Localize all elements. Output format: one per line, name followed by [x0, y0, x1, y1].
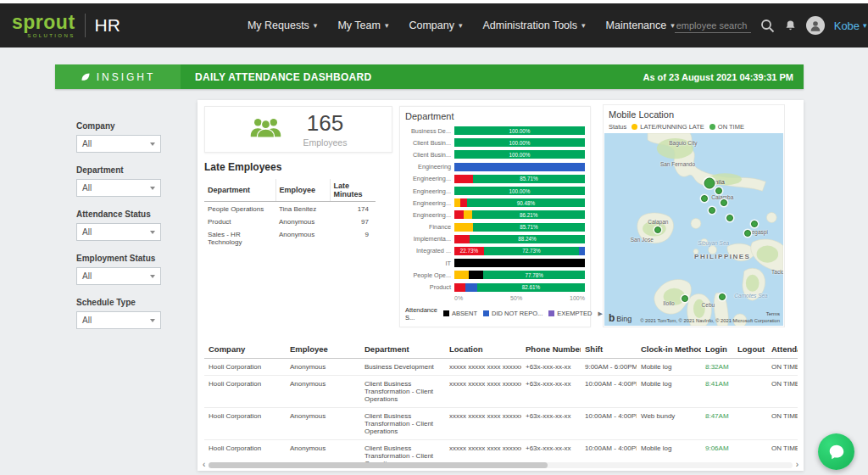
chart-bar[interactable]: 85.71% — [454, 223, 585, 232]
chart-bar[interactable]: 86.21% — [454, 210, 585, 219]
insight-label: INSIGHT — [97, 71, 156, 83]
page-title: DAILY ATTENDANCE DASHBOARD — [195, 71, 371, 83]
map-pin-on-time[interactable] — [701, 195, 708, 202]
menu-my-requests[interactable]: My Requests▾ — [248, 20, 317, 31]
sprout-logo[interactable]: sprout SOLUTIONS HR — [12, 13, 120, 38]
cell-department: Business Development — [360, 359, 445, 376]
map-pin-on-time[interactable] — [704, 178, 715, 189]
filter-select-attendance-status[interactable]: All — [76, 223, 161, 241]
cell-logout — [733, 408, 767, 440]
menu-label: Company — [409, 20, 454, 31]
filters-panel: CompanyAllDepartmentAllAttendance Status… — [76, 121, 161, 342]
scrollbar-thumb[interactable] — [209, 462, 547, 468]
chart-bar[interactable]: 82.61% — [454, 283, 585, 292]
bar-segment-green: 85.71% — [473, 223, 585, 232]
chart-bar[interactable] — [454, 259, 585, 267]
chart-category-label: Engineering — [405, 163, 454, 170]
chart-bar-value: 100.00% — [509, 140, 531, 146]
chart-bar[interactable]: 100.00% — [454, 187, 585, 195]
filter-label: Employment Status — [76, 254, 161, 263]
filter-select-employment-status[interactable]: All — [76, 267, 161, 285]
map-pin-on-time[interactable] — [682, 295, 688, 302]
filter-select-department[interactable]: All — [76, 179, 161, 197]
map-pin-on-time[interactable] — [719, 293, 726, 300]
chart-bar-row: Engineering...85.71% — [405, 173, 585, 185]
attendance-table-visual: CompanyEmployeeDepartmentLocationPhone N… — [204, 340, 798, 464]
legend-item-did-not-repo: DID NOT REPO... — [483, 310, 542, 317]
filter-label: Attendance Status — [76, 210, 161, 219]
bar-segment-green: 100.00% — [454, 138, 585, 147]
legend-label: DID NOT REPO... — [492, 310, 542, 317]
column-header-login: Login — [701, 340, 733, 359]
cell-location: xxxxx xxxxx xxxx xxxxxx — [445, 408, 521, 440]
chat-bubble-icon — [827, 443, 846, 461]
filter-select-company[interactable]: All — [76, 135, 161, 153]
menu-my-team[interactable]: My Team▾ — [337, 20, 388, 31]
legend-swatch — [443, 310, 449, 316]
scrollbar-track[interactable] — [209, 462, 792, 468]
table-row[interactable]: Hooli CorporationAnonymousBusiness Devel… — [204, 359, 798, 376]
axis-tick: 0% — [454, 295, 463, 301]
bing-logo[interactable]: b Bing — [609, 314, 632, 323]
notifications-bell-icon[interactable] — [784, 19, 797, 32]
chart-bar[interactable]: 88.24% — [454, 235, 585, 243]
cell-employee: Anonymous — [286, 359, 360, 376]
chevron-down-icon — [150, 231, 155, 234]
chart-bar[interactable] — [454, 163, 585, 171]
selected-value: All — [82, 316, 92, 325]
map-pin-on-time[interactable] — [709, 207, 715, 214]
map-pin-on-time[interactable] — [721, 199, 727, 206]
bar-segment-green: 100.00% — [454, 126, 585, 135]
chart-bar[interactable]: 100.00% — [454, 150, 585, 159]
map-pin-on-time[interactable] — [726, 215, 733, 221]
menu-administration-tools[interactable]: Administration Tools▾ — [482, 20, 585, 31]
axis-tick: 100% — [570, 295, 585, 301]
map-pin-on-time[interactable] — [654, 226, 661, 233]
user-avatar-icon[interactable] — [806, 16, 825, 35]
map-pin-on-time[interactable] — [751, 221, 758, 227]
chart-bar[interactable]: 85.71% — [454, 175, 585, 183]
filter-select-schedule-type[interactable]: All — [76, 311, 161, 329]
menu-company[interactable]: Company▾ — [409, 20, 462, 31]
map-status-legend: Status LATE/RUNNING LATEON TIME — [609, 123, 779, 131]
search-icon[interactable] — [760, 19, 775, 33]
column-header-employee: Employee — [286, 340, 360, 359]
logo-text: sprout — [12, 13, 75, 32]
chart-bar[interactable]: 100.00% — [454, 126, 585, 135]
map-pin-on-time[interactable] — [715, 187, 722, 194]
chart-bar-row: Implementa...88.24% — [405, 233, 585, 245]
table-row[interactable]: Hooli CorporationAnonymousClient Busines… — [204, 376, 798, 408]
chart-bar-row: Finance85.71% — [405, 221, 585, 233]
chart-bar[interactable]: 22.73%72.73% — [454, 247, 585, 255]
map-terms-link[interactable]: Terms — [766, 311, 780, 316]
bar-segment-green: 77.78% — [483, 271, 585, 279]
chart-bar[interactable]: 77.78% — [454, 271, 585, 279]
table-row: ProductAnonymous97 — [204, 215, 376, 227]
employee-search-input[interactable] — [675, 19, 751, 33]
scroll-left-icon[interactable]: ‹ — [203, 461, 205, 469]
chart-bar-row: Engineering...86.21% — [405, 209, 585, 221]
status-dot-icon — [709, 124, 715, 130]
column-header-department: Department — [360, 340, 445, 359]
status-label: Status — [609, 123, 626, 131]
scroll-right-icon[interactable]: › — [796, 461, 798, 469]
chart-category-label: People Ope... — [405, 271, 454, 279]
philippines-map[interactable]: Baguio CitySan FernandoManilaCalambaCala… — [604, 133, 783, 326]
chart-bar[interactable]: 100.00% — [454, 138, 585, 147]
cell: Sales - HR Technology — [204, 227, 275, 248]
chat-fab-button[interactable] — [818, 433, 854, 470]
legend-title: Attendance S... — [405, 306, 437, 321]
chart-category-label: Client Busin... — [405, 139, 454, 147]
map-pin-on-time[interactable] — [744, 230, 751, 237]
cell-phone-number: +63x-xxx-xx-xx — [521, 376, 581, 408]
chart-bar-row: Engineering...90.48% — [405, 197, 585, 209]
legend-label: ABSENT — [452, 310, 477, 317]
cell-clock-in-method: Web bundy — [637, 408, 701, 440]
employee-count-label: Employees — [303, 137, 348, 148]
chart-bar[interactable]: 90.48% — [454, 198, 585, 207]
cell-shift: 10:00AM - 4:00PM — [581, 376, 637, 408]
user-menu[interactable]: Kobe ▾ — [834, 20, 867, 32]
menu-maintenance[interactable]: Maintenance▾ — [606, 20, 675, 31]
table-row[interactable]: Hooli CorporationAnonymousClient Busines… — [204, 408, 798, 440]
cell: Tina Benitez — [275, 202, 330, 215]
